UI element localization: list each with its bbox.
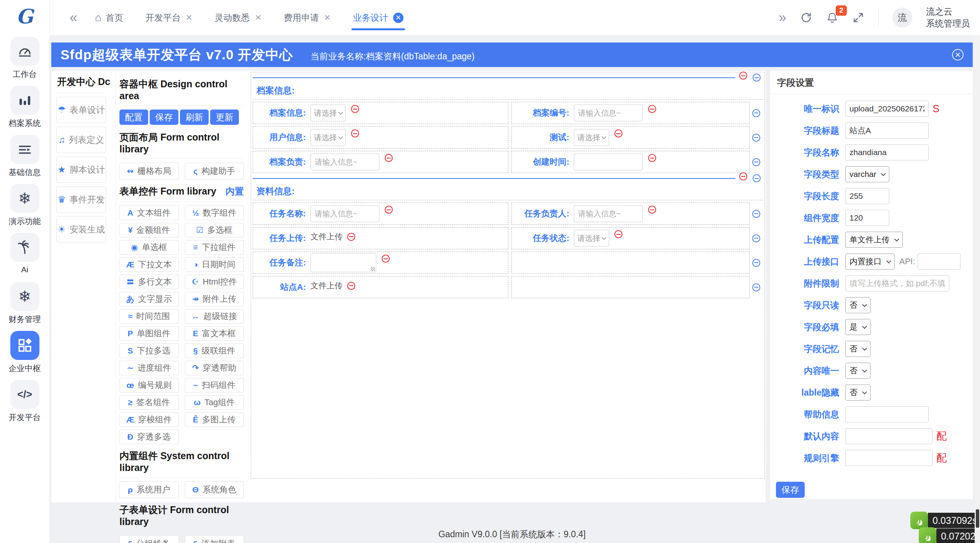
sidebar-item[interactable]: </​>开发平台 xyxy=(0,380,49,429)
canvas-cell[interactable]: 档案信息:请选择 xyxy=(253,102,508,124)
tab[interactable]: 灵动数悉✕ xyxy=(215,0,262,35)
tab[interactable]: 开发平台✕ xyxy=(145,0,193,35)
settings-input[interactable] xyxy=(845,123,929,139)
remove-field-icon[interactable] xyxy=(648,105,656,113)
container-action-button[interactable]: 配置 xyxy=(119,110,148,125)
canvas-cell[interactable]: 任务状态:请选择 xyxy=(511,227,750,249)
component-button[interactable]: S下拉多选 xyxy=(119,343,179,358)
settings-input[interactable] xyxy=(845,144,929,160)
component-button[interactable]: ∼进度组件 xyxy=(119,361,179,375)
component-button[interactable]: ≥签名组件 xyxy=(119,395,179,410)
container-action-button[interactable]: 更新 xyxy=(210,110,239,125)
remove-field-icon[interactable] xyxy=(648,154,656,162)
canvas-cell[interactable]: 任务备注: xyxy=(253,252,508,274)
settings-input[interactable] xyxy=(845,450,933,466)
component-button[interactable]: A文本组件 xyxy=(119,206,179,220)
component-button[interactable]: Ê多图上传 xyxy=(185,412,244,427)
sidebar-item[interactable]: 基础信息 xyxy=(0,135,49,184)
remove-field-icon[interactable] xyxy=(347,233,355,241)
dev-center-button[interactable]: ★脚本设计 xyxy=(56,157,106,183)
dev-center-button[interactable]: ♫列表定义 xyxy=(56,127,106,153)
component-button[interactable]: あ文字显示 xyxy=(119,292,179,306)
field-input[interactable] xyxy=(310,205,379,222)
flame-icon[interactable] xyxy=(919,527,936,543)
sidebar-item[interactable]: 档案系统 xyxy=(0,86,49,135)
remove-group-row-icon[interactable] xyxy=(753,74,761,82)
remove-row-icon[interactable] xyxy=(752,158,760,166)
field-input[interactable] xyxy=(574,205,643,222)
sidebar-item[interactable]: ❄财务管理 xyxy=(0,282,49,331)
component-button[interactable]: ρ系统用户 xyxy=(119,481,179,498)
remove-group-icon[interactable] xyxy=(739,172,747,180)
settings-config-link[interactable]: 配 xyxy=(936,429,947,443)
sidebar-item[interactable]: Ai xyxy=(0,233,49,282)
remove-row-icon[interactable] xyxy=(752,234,760,242)
remove-field-icon[interactable] xyxy=(614,230,622,238)
collapse-menu-icon[interactable]: « xyxy=(70,11,77,25)
remove-field-icon[interactable] xyxy=(385,154,393,162)
tab-close-icon[interactable]: ✕ xyxy=(186,13,193,22)
dev-center-button[interactable]: ☀安装生成 xyxy=(56,216,106,242)
component-button[interactable]: Ð穿透多选 xyxy=(119,430,179,444)
remove-field-icon[interactable] xyxy=(382,255,390,263)
tab-close-icon[interactable]: ✕ xyxy=(255,13,262,22)
settings-input[interactable] xyxy=(845,188,889,204)
sidebar-item[interactable]: 工作台 xyxy=(0,37,49,86)
sidebar-item[interactable]: 企业中枢 xyxy=(0,331,49,380)
sidebar-item[interactable]: ❄演示功能 xyxy=(0,184,49,233)
container-action-button[interactable]: 保存 xyxy=(150,110,178,125)
notifications-bell-icon[interactable]: 2 xyxy=(826,11,838,24)
user-info[interactable]: 流之云 系统管理员 xyxy=(926,6,970,29)
component-button[interactable]: ◉单选框 xyxy=(119,240,179,255)
settings-input[interactable] xyxy=(845,275,949,291)
remove-field-icon[interactable] xyxy=(385,206,393,214)
field-select[interactable]: 请选择 xyxy=(310,129,346,146)
component-button[interactable]: ½数字组件 xyxy=(185,206,244,220)
refresh-icon[interactable] xyxy=(800,11,812,24)
settings-select[interactable]: 单文件上传 xyxy=(845,232,903,248)
field-input[interactable] xyxy=(574,105,643,121)
component-button[interactable]: ↭栅格布局 xyxy=(119,163,179,180)
field-select[interactable]: 请选择 xyxy=(310,105,346,121)
component-button[interactable]: œ编号规则 xyxy=(119,378,179,393)
settings-config-link[interactable]: S xyxy=(933,103,939,115)
field-input[interactable] xyxy=(574,154,643,170)
container-action-button[interactable]: 刷新 xyxy=(180,110,209,125)
component-button[interactable]: P单图组件 xyxy=(119,326,179,341)
dev-center-button[interactable]: ☂表单设计 xyxy=(56,97,106,123)
canvas-cell[interactable] xyxy=(511,252,750,274)
api-input[interactable] xyxy=(918,254,960,270)
fullscreen-icon[interactable] xyxy=(852,11,864,24)
component-button[interactable]: Æ下拉文本 xyxy=(119,257,179,272)
settings-select[interactable]: 是 xyxy=(845,319,871,335)
remove-field-icon[interactable] xyxy=(347,282,355,290)
settings-select[interactable]: varchar xyxy=(845,166,889,182)
canvas-cell[interactable]: 任务负责人: xyxy=(511,203,750,225)
component-button[interactable]: ◑日期时间 xyxy=(185,257,244,272)
file-upload-link[interactable]: 文件上传 xyxy=(310,231,343,242)
settings-input[interactable] xyxy=(845,406,929,422)
field-textarea[interactable] xyxy=(310,253,376,272)
remove-row-icon[interactable] xyxy=(752,134,760,142)
settings-input[interactable] xyxy=(845,428,933,444)
field-select[interactable]: 请选择 xyxy=(574,230,609,247)
canvas-cell[interactable] xyxy=(511,276,750,298)
settings-select[interactable]: 否 xyxy=(845,384,871,401)
component-button[interactable]: ≡下拉组件 xyxy=(185,240,244,255)
settings-input[interactable] xyxy=(845,210,889,226)
group-line-row[interactable] xyxy=(253,72,763,83)
builtin-link[interactable]: 内置 xyxy=(225,185,244,198)
remove-row-icon[interactable] xyxy=(752,259,760,267)
remove-field-icon[interactable] xyxy=(351,129,359,137)
form-canvas-area[interactable]: 档案信息:档案信息:请选择档案编号:用户信息:请选择测试:请选择档案负责:创建时… xyxy=(251,72,765,479)
field-input[interactable] xyxy=(310,154,379,170)
settings-select[interactable]: 否 xyxy=(845,341,871,357)
remove-field-icon[interactable] xyxy=(648,206,656,214)
tab-close-icon[interactable]: ✕ xyxy=(393,13,403,23)
canvas-cell[interactable]: 测试:请选择 xyxy=(511,126,750,149)
remove-row-icon[interactable] xyxy=(752,109,760,117)
app-logo[interactable]: G xyxy=(14,5,36,28)
scrollbar-thumb[interactable] xyxy=(976,509,979,528)
component-button[interactable]: ¥金额组件 xyxy=(119,223,179,237)
component-button[interactable]: Θ系统角色 xyxy=(185,481,244,498)
